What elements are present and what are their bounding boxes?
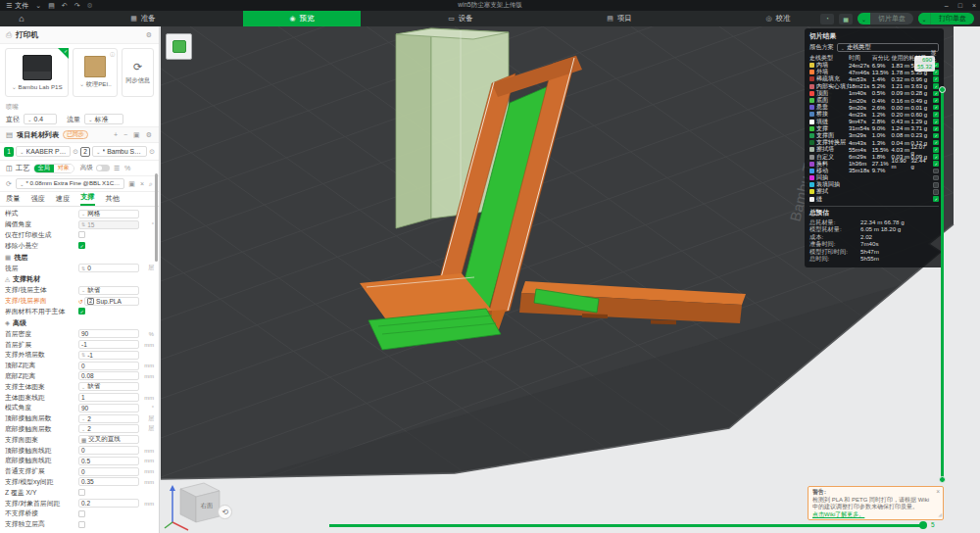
param-input[interactable]: 0.08 [78,371,139,380]
color-scheme-dropdown[interactable]: ⌄走线类型 [837,43,939,52]
remove-filament-icon[interactable]: − [122,131,128,138]
show-checkbox[interactable]: ✓ [933,154,939,160]
param-input[interactable]: -1 [78,340,139,349]
show-checkbox[interactable]: ✓ [933,140,939,146]
process-tab-强度[interactable]: 强度 [30,194,44,206]
diameter-dropdown[interactable]: ⌄0.4 [24,114,57,124]
plate-thumbnail[interactable] [166,33,192,60]
show-checkbox[interactable]: ✓ [933,91,939,97]
show-checkbox[interactable]: ✓ [933,98,939,104]
layer-slider-bottom-handle[interactable] [939,476,946,483]
search-icon[interactable]: ⌕ [148,180,154,188]
process-tab-支撑[interactable]: 支撑 [80,192,94,206]
minimize-button[interactable]: – [945,2,949,9]
param-checkbox[interactable]: ✓ [78,308,85,315]
param-dropdown[interactable]: ⌄2 [78,414,139,423]
restore-button[interactable]: □ [958,2,962,9]
param-list-icon[interactable]: ☰ [113,165,121,172]
show-checkbox[interactable]: ✓ [933,133,939,139]
process-tab-速度[interactable]: 速度 [56,194,70,206]
plate-settings-icon-button[interactable]: ▦ [839,14,853,24]
param-input[interactable]: 0.35 [78,477,139,486]
process-scope-toggle[interactable]: 全局 对象 [33,164,74,173]
param-input[interactable]: 0.2 [78,499,139,508]
show-checkbox[interactable]: ✓ [933,161,939,167]
show-checkbox[interactable]: ✓ [933,119,939,124]
home-tab[interactable]: ⌂ [0,11,43,26]
param-spinner[interactable]: ⇅0 [78,264,139,272]
sidebar-scrollbar[interactable] [155,173,158,262]
reset-icon[interactable]: ↺ [78,298,83,305]
undo-icon[interactable]: ↶ [62,2,68,10]
show-checkbox[interactable] [933,182,939,188]
viewport-3d[interactable]: Bambu Textured PEI [161,26,980,533]
redo-icon[interactable]: ↷ [74,2,80,10]
show-checkbox[interactable]: ✓ [933,112,939,118]
param-filament-picker[interactable]: 2Sup.PLA [84,297,139,306]
param-input[interactable]: 0 [78,446,139,455]
tab-准备[interactable]: ▦准备 [84,11,202,26]
sync-info-button[interactable]: ⟳ 同步信息 [122,48,154,97]
show-checkbox[interactable] [933,175,939,181]
param-checkbox[interactable]: ✓ [78,242,85,249]
slice-dropdown-caret[interactable]: ⌄ [858,13,870,24]
show-checkbox[interactable]: ✓ [933,196,939,202]
duplicate-filament-icon[interactable]: ▣ [132,131,141,139]
param-input[interactable]: 90 [78,329,139,338]
param-input[interactable]: 0.5 [78,457,139,465]
menu-caret-icon[interactable]: ⌄ [35,2,41,10]
filament-settings-gear-icon[interactable]: ⚙ [145,131,153,139]
param-checkbox[interactable] [78,489,85,496]
settings-icon[interactable]: ⚙ [87,2,93,10]
show-checkbox[interactable]: ✓ [933,126,939,132]
save-icon[interactable]: ▤ [48,2,55,10]
percent-icon[interactable]: % [123,165,131,171]
param-checkbox[interactable] [78,231,85,238]
slicer-option-icon-button[interactable]: ◔ [820,14,834,24]
param-dropdown[interactable]: ⌄网格 [78,210,139,218]
show-checkbox[interactable]: ✓ [933,147,939,153]
param-spinner[interactable]: ⇅-1 [78,351,139,360]
layer-slider[interactable] [941,90,944,480]
filament-dropdown[interactable]: ⌄KAABER PETG B... [16,146,71,157]
layer-slider-top-handle[interactable] [939,86,946,93]
param-pattern-picker[interactable]: ▦交叉的直线 [78,435,139,444]
process-tab-其他[interactable]: 其他 [106,194,120,206]
add-filament-icon[interactable]: + [113,131,119,138]
printer-card[interactable]: ⌄ Bambu Lab P1S ✓ [5,48,69,97]
delete-preset-icon[interactable]: × [139,180,145,187]
param-input[interactable]: 0 [78,362,139,370]
tab-校准[interactable]: ◎校准 [719,11,837,26]
param-checkbox[interactable] [78,521,85,528]
show-checkbox[interactable] [933,189,939,195]
move-slider-handle[interactable] [919,521,927,529]
slice-plate-button[interactable]: ⌄ 切片单盘 [858,13,913,24]
param-checkbox[interactable] [78,510,85,517]
print-dropdown-caret[interactable]: ⌄ [918,13,931,24]
tab-预览[interactable]: ◉预览 [243,11,361,26]
param-input[interactable]: 1 [78,393,139,402]
move-slider[interactable] [329,524,923,527]
orbit-mode-icon[interactable]: ⟲ [218,505,232,519]
param-dropdown[interactable]: ⌄2 [78,424,139,433]
show-checkbox[interactable]: ✓ [933,76,939,82]
advanced-toggle[interactable] [96,165,110,171]
show-checkbox[interactable] [933,169,939,174]
show-checkbox[interactable]: ✓ [933,105,939,111]
tab-设备[interactable]: ▭设备 [402,11,519,26]
resize-handle-icon[interactable]: ◢ [938,511,942,519]
file-menu[interactable]: ☰文件 [6,1,28,11]
plate-type-card[interactable]: ⌄ 纹理PEI.. ⓘ [73,48,118,97]
param-dropdown[interactable]: ⌄缺省 [78,286,139,295]
filament-index-badge[interactable]: 1 [4,147,14,157]
print-plate-button[interactable]: ⌄ 打印单盘 [918,13,974,24]
save-preset-icon[interactable]: ▣ [127,180,136,188]
process-preset-dropdown[interactable]: ⌄* 0.08mm Extra Fine @BBL X1C - 质量 [16,178,124,189]
filament-dropdown[interactable]: ⌄* Bambu Suppor... [92,146,147,157]
process-tab-质量[interactable]: 质量 [6,194,20,206]
param-spinner[interactable]: ⇅15 [78,220,139,229]
param-input[interactable]: 0 [78,467,139,476]
flow-dropdown[interactable]: ⌄标准 [84,114,123,124]
filament-index-badge[interactable]: 2 [80,147,90,157]
param-dropdown[interactable]: ⌄缺省 [78,382,139,391]
